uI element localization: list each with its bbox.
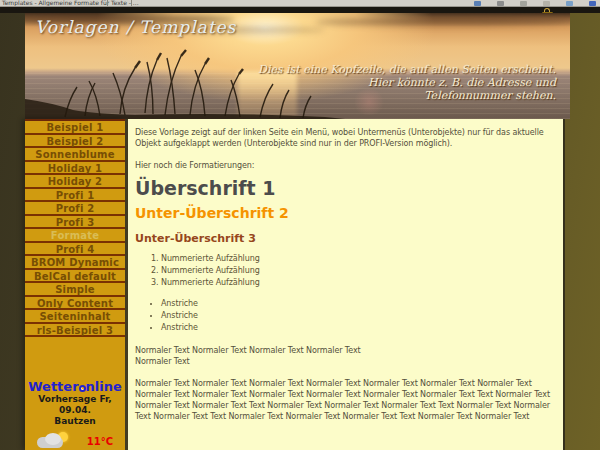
bullet-list-item: Anstriche [161,298,556,310]
bullet-list-item: Anstriche [161,310,556,322]
intro-paragraph: Diese Vorlage zeigt auf der linken Seite… [135,127,556,149]
edit-icon[interactable] [566,1,573,6]
sidebar-item-profi-4[interactable]: Profi 4 [25,243,125,257]
bullet-list: Anstriche Anstriche Anstriche [135,298,556,334]
browser-toolbar-icons [474,1,596,6]
sidebar-item-profi-1[interactable]: Profi 1 [25,189,125,203]
bullet-list-item: Anstriche [161,322,556,334]
sidebar-item-holiday-1[interactable]: Holiday 1 [25,162,125,176]
messenger-icon[interactable] [589,1,596,6]
tab-seam [107,0,108,7]
window-icon[interactable] [497,1,504,6]
sun-ring-icon [79,385,86,392]
forecast-city: Bautzen [25,416,125,427]
numbered-list-item: Nummerierte Aufzählung [161,253,556,265]
sidebar-item-brom-dynamic[interactable]: BROM Dynamic [25,256,125,270]
wetteronline-logo[interactable]: Wetternline [25,379,125,394]
sidebar-menu: Beispiel 1 Beispiel 2 Sonnenblume Holida… [25,119,125,450]
numbered-list: Nummerierte Aufzählung Nummerierte Aufzä… [135,253,556,289]
heading-1: Überschrift 1 [135,183,556,194]
main-content: Diese Vorlage zeigt auf der linken Seite… [128,119,565,450]
sidebar-item-profi-3[interactable]: Profi 3 [25,216,125,230]
weather-widget: Wetternline Vorhersage Fr, 09.04. Bautze… [25,379,125,450]
sidebar-item-holiday-2[interactable]: Holiday 2 [25,175,125,189]
formats-line: Hier noch die Formatierungen: [135,160,556,171]
sun-behind-cloud-icon [37,432,71,450]
cloud-icon [45,433,61,445]
page-header-banner: Vorlagen / Templates Dies ist eine Kopfz… [25,13,570,119]
browser-titlebar: Templates - Allgemeine Formate für Texte… [0,0,600,7]
sidebar-item-belcal-default[interactable]: BelCal default [25,270,125,284]
tagline-line: Hier könnte z. B. die Adresse und [258,76,556,89]
sidebar-item-beispiel-2[interactable]: Beispiel 2 [25,135,125,149]
sidebar-item-formate[interactable]: Formate [25,229,125,243]
forecast-date: Vorhersage Fr, 09.04. [25,394,125,416]
sidebar-item-rls-beispiel-3[interactable]: rls-Beispiel 3 [25,324,125,338]
temperature-value: 11°C [87,436,113,447]
normal-text-paragraph-2: Normaler Text Normaler Text Normaler Tex… [135,378,556,422]
header-tagline: Dies ist eine Kopfzeile, die auf allen S… [258,63,556,102]
sidebar-item-sonnenblume[interactable]: Sonnenblume [25,148,125,162]
heading-3: Unter-Überschrift 3 [135,233,556,244]
normal-text-line: Normaler Text Normaler Text Normaler Tex… [135,345,556,356]
page: Templates - Allgemeine Formate für Texte… [0,0,600,450]
sidebar-item-simple[interactable]: Simple [25,283,125,297]
sidebar-item-seiteninhalt[interactable]: Seiteninhalt [25,310,125,324]
browser-title-text: Templates - Allgemeine Formate für Texte… [2,0,139,6]
tagline-line: Dies ist eine Kopfzeile, die auf allen S… [258,63,556,76]
tagline-line: Telefonnummer stehen. [258,89,556,102]
numbered-list-item: Nummerierte Aufzählung [161,277,556,289]
normal-text-line: Normaler Text [135,356,556,367]
site-title: Vorlagen / Templates [35,17,236,37]
brand-suffix: nline [86,379,122,394]
sidebar-item-profi-2[interactable]: Profi 2 [25,202,125,216]
brand-prefix: Wetter [28,379,78,394]
normal-text-paragraph-1: Normaler Text Normaler Text Normaler Tex… [135,345,556,367]
heading-2: Unter-Überschrift 2 [135,208,556,219]
numbered-list-item: Nummerierte Aufzählung [161,265,556,277]
favorites-icon[interactable] [543,1,550,6]
mail-icon[interactable] [520,1,527,6]
sidebar-item-only-content[interactable]: Only Content [25,297,125,311]
sidebar-item-beispiel-1[interactable]: Beispiel 1 [25,121,125,135]
printer-icon[interactable] [474,1,481,6]
tab-seam [131,0,132,7]
